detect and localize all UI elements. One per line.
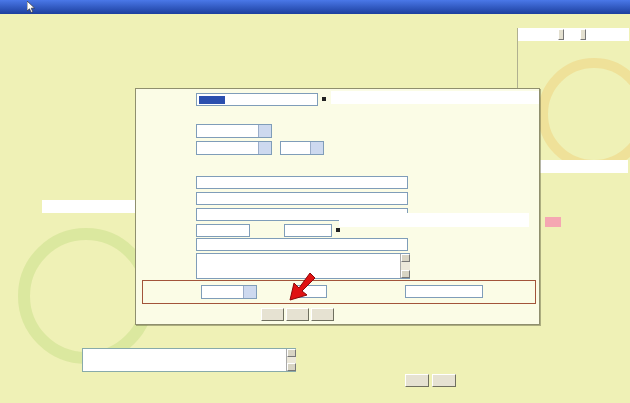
pink-swatch xyxy=(545,217,561,227)
chevron-down-icon xyxy=(258,125,271,137)
dialog-cancel-button[interactable] xyxy=(311,308,334,321)
invoice-target-input[interactable] xyxy=(196,176,408,189)
required-marker xyxy=(336,228,340,232)
document-summary-header xyxy=(518,28,629,41)
mouse-cursor-icon xyxy=(27,1,36,13)
doc-panel-refresh-button[interactable] xyxy=(580,29,586,40)
voucher-source-box xyxy=(142,280,536,304)
chevron-down-icon xyxy=(243,286,256,298)
bottom-detail-section xyxy=(0,345,630,403)
bottom-note-textarea[interactable] xyxy=(82,348,296,372)
invoice-date-day-select[interactable] xyxy=(280,141,324,155)
selected-text-block xyxy=(199,96,225,104)
invoice-create-dialog xyxy=(135,88,540,325)
tax-input[interactable] xyxy=(284,224,332,237)
box-order-no-input[interactable] xyxy=(405,285,483,298)
red-arrow-cursor xyxy=(286,272,316,304)
voucher-list-header-band xyxy=(331,91,539,104)
scroll-down-icon[interactable] xyxy=(287,363,296,371)
watermark-ring-green xyxy=(18,228,154,364)
chevron-down-icon xyxy=(310,142,323,154)
invoice-amount-input[interactable] xyxy=(196,224,250,237)
doc-panel-new-button[interactable] xyxy=(558,29,564,40)
dialog-add-button[interactable] xyxy=(261,308,284,321)
print-order-button[interactable] xyxy=(432,374,456,387)
dialog-doc-summary-band xyxy=(339,213,529,227)
required-marker xyxy=(322,97,326,101)
dialog-reset-button[interactable] xyxy=(286,308,309,321)
title-bar xyxy=(0,0,630,14)
invoice-total-input[interactable] xyxy=(196,238,408,251)
app-window xyxy=(0,0,630,403)
invoice-month-select[interactable] xyxy=(196,124,272,138)
invoice-date-month-select[interactable] xyxy=(196,141,272,155)
scroll-down-icon[interactable] xyxy=(401,270,410,278)
scroll-up-icon[interactable] xyxy=(287,349,296,357)
tab-bar xyxy=(0,14,630,28)
chevron-down-icon xyxy=(258,142,271,154)
invoice-address-input[interactable] xyxy=(196,192,408,205)
scroll-up-icon[interactable] xyxy=(401,254,410,262)
voucher-source-select[interactable] xyxy=(201,285,257,299)
modify-order-button[interactable] xyxy=(405,374,429,387)
